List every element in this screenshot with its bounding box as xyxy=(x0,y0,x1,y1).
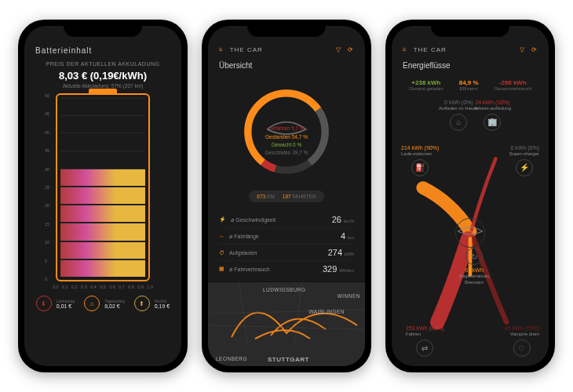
summary-row: +238 kWh Gesamt geladen 84,9 % Effizienz… xyxy=(401,76,539,97)
map-city-main: STUTTGART xyxy=(268,356,309,363)
title-bar: Batterieinhalt xyxy=(24,26,181,60)
consumption-icon: ▦ xyxy=(219,266,224,272)
page-title: Übersicht xyxy=(208,58,365,76)
pill-row: 673 KM 187 FAHRTEN xyxy=(208,186,365,207)
filter-icon[interactable]: ▽ xyxy=(520,46,525,53)
metric-charged[interactable]: ⏱ Aufgeladen 274 kWh xyxy=(219,244,354,260)
legend-awake: Gewacht 0 % xyxy=(265,141,308,149)
y-axis: 0 5 10 15 20 25 30 35 40 45 50 xyxy=(45,93,49,281)
metric-speed[interactable]: ⚡ ø Geschwindigkeit 26 km/h xyxy=(219,212,354,227)
heart-icon: ♡ xyxy=(513,339,531,357)
stats-row: ⬇ Letztentag 0,01 € ⌂ Tagesschrg 8,02 € … xyxy=(36,289,170,319)
header: ≡ THE CAR ▽ ⟳ xyxy=(208,26,365,58)
sankey-chart: 0 kWh (0%) Aufladen zu Hause ⌂ 24 kWh (1… xyxy=(401,97,539,358)
map-city: WINNEN xyxy=(338,293,360,299)
screen: ≡ THE CAR ▽ ⟳ Übersicht Gefahren 5,7 % xyxy=(208,26,365,366)
building-icon: 🏢 xyxy=(484,114,501,131)
node-work[interactable]: 24 kWh (10%) Arbeits-aufladung 🏢 xyxy=(474,99,511,132)
node-vampire[interactable]: 45 kWh (15%) Vampire drain ♡ xyxy=(505,325,539,358)
stat-high[interactable]: ⬆ Höchst 0,19 € xyxy=(134,296,170,311)
home-icon: ⌂ xyxy=(450,114,467,131)
battery-chart: 0 5 10 15 20 25 30 35 40 45 50 xyxy=(56,93,150,281)
metrics-list: ⚡ ø Geschwindigkeit 26 km/h ↔ ø Fahrläng… xyxy=(208,207,365,281)
refresh-icon[interactable]: ⟳ xyxy=(348,46,354,53)
node-home[interactable]: 0 kWh (0%) Aufladen zu Hause ⌂ xyxy=(439,99,479,132)
page-title: Batterieinhalt xyxy=(35,46,92,55)
donut-legend: Gefahren 5,7 % Gestanden 54,7 % Gewacht … xyxy=(265,106,308,158)
header-title: THE CAR xyxy=(230,46,263,53)
summary-efficiency: 84,9 % Effizienz xyxy=(459,79,479,91)
phone-battery: Batterieinhalt PREIS DER AKTUELLEN AKKUL… xyxy=(18,20,188,372)
metric-consumption[interactable]: ▦ ø Fahrverbrauch 329 Wh/km xyxy=(219,260,354,277)
filter-icon[interactable]: ▽ xyxy=(336,46,341,53)
refresh-icon[interactable]: ⟳ xyxy=(531,46,538,53)
legend-idle: Gestanden 54,7 % xyxy=(265,133,308,141)
speed-icon: ⚡ xyxy=(219,216,226,223)
stat-avg[interactable]: ⌂ Tagesschrg 8,02 € xyxy=(84,296,125,311)
arrow-up-icon: ⬆ xyxy=(134,296,150,311)
distance-icon: ↔ xyxy=(219,234,224,239)
page-title: Energieflüsse xyxy=(392,58,549,76)
map-view[interactable]: LUDWIGSBURG WINNEN WAIBLINGEN LEONBERG S… xyxy=(208,281,365,366)
sankey-flows xyxy=(401,97,539,358)
map-city: LEONBERG xyxy=(216,356,247,361)
node-drive[interactable]: 253 kWh (85%) Fahren ⇄ xyxy=(406,325,443,358)
menu-icon[interactable]: ≡ xyxy=(403,46,407,53)
legend-driven: Gefahren 5,7 % xyxy=(265,125,308,132)
charge-sub: Aktuelle Akkuladung: 57% (207 km) xyxy=(63,83,144,89)
donut-chart: Gefahren 5,7 % Gestanden 54,7 % Gewacht … xyxy=(208,76,365,186)
charge-icon: ⏱ xyxy=(219,250,224,256)
summary-pill[interactable]: 673 KM 187 FAHRTEN xyxy=(249,191,323,202)
legend-sleep: Geschlafen 39,7 % xyxy=(265,149,308,157)
node-super[interactable]: 0 kWh (0%) Super-charger ⚡ xyxy=(509,144,539,178)
drive-icon: ⇄ xyxy=(416,339,433,357)
map-city: LUDWIGSBURG xyxy=(263,287,306,292)
summary-charged: +238 kWh Gesamt geladen xyxy=(409,79,443,91)
bolt-icon: ⚡ xyxy=(516,159,533,176)
summary-consumed: -298 kWh Gesamtverbrauch xyxy=(494,79,531,91)
battery-outline xyxy=(56,93,150,281)
phone-energy: ≡ THE CAR ▽ ⟳ Energieflüsse +238 kWh Ges… xyxy=(385,20,555,372)
price-value: 8,03 € (0,19€/kWh) xyxy=(59,70,147,82)
regen-icon: ↻ xyxy=(465,248,483,265)
stat-low[interactable]: ⬇ Letztentag 0,01 € xyxy=(36,296,75,311)
menu-icon[interactable]: ≡ xyxy=(219,46,224,53)
header: ≡ THE CAR ▽ ⟳ xyxy=(392,26,549,58)
node-station[interactable]: 214 kWh (90%) Lade-stationen ⛽ xyxy=(401,144,439,178)
screen: Batterieinhalt PREIS DER AKTUELLEN AKKUL… xyxy=(24,26,181,366)
content: PREIS DER AKTUELLEN AKKULADUNG 8,03 € (0… xyxy=(24,60,181,366)
arrow-down-icon: ⬇ xyxy=(36,296,52,311)
phone-overview: ≡ THE CAR ▽ ⟳ Übersicht Gefahren 5,7 % xyxy=(202,20,371,372)
content: Gefahren 5,7 % Gestanden 54,7 % Gewacht … xyxy=(208,76,365,366)
price-label: PREIS DER AKTUELLEN AKKULADUNG xyxy=(46,61,160,67)
station-icon: ⛽ xyxy=(411,159,429,176)
content: +238 kWh Gesamt geladen 84,9 % Effizienz… xyxy=(392,76,549,366)
screen: ≡ THE CAR ▽ ⟳ Energieflüsse +238 kWh Ges… xyxy=(392,26,549,366)
header-title: THE CAR xyxy=(414,46,447,53)
metric-length[interactable]: ↔ ø Fahrlänge 4 km xyxy=(219,227,354,244)
home-icon: ⌂ xyxy=(84,296,100,311)
node-regen[interactable]: ↻ 67 kWh Regeneratives Bremsen xyxy=(453,246,495,286)
map-city: WAIBLINGEN xyxy=(308,309,345,314)
